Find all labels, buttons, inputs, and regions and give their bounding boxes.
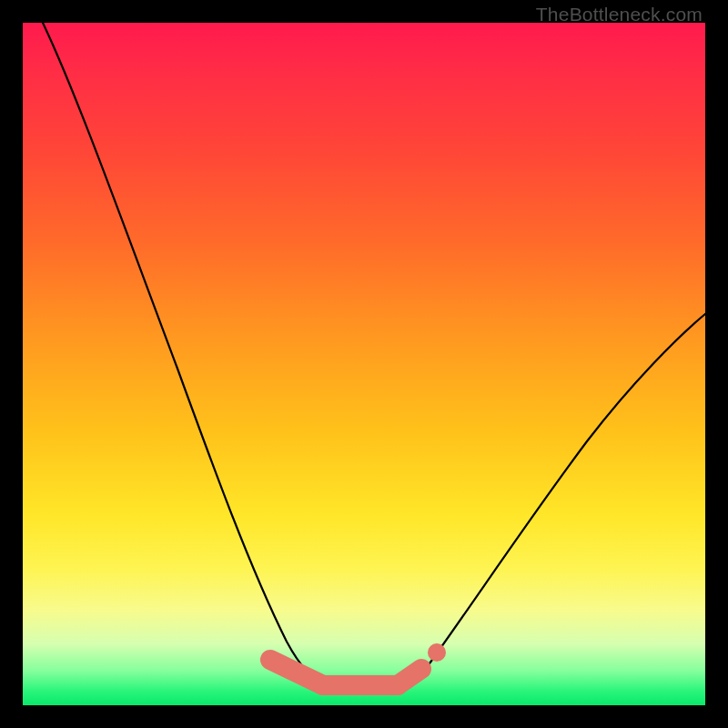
marker-dot [428, 643, 446, 662]
marker-lift [398, 669, 421, 685]
plot-area [23, 23, 705, 705]
curve-layer [23, 23, 705, 705]
watermark-text: TheBottleneck.com [536, 4, 703, 25]
value-curve [43, 23, 705, 685]
chart-frame: TheBottleneck.com [0, 0, 728, 728]
